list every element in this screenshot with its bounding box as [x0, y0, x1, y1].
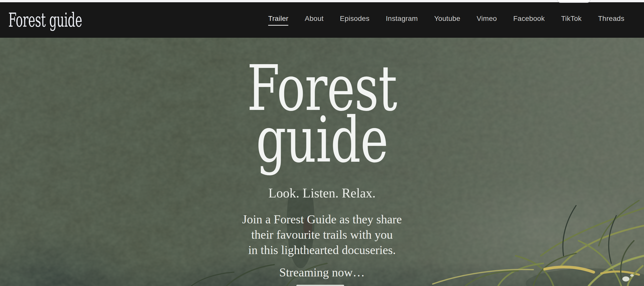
hero-title-line2: guide — [80, 114, 564, 166]
hero-title: Forest guide — [80, 62, 564, 166]
hero-tagline: Look. Listen. Relax. — [0, 186, 644, 201]
streaming-status: Streaming now… — [0, 265, 644, 280]
nav-link-youtube[interactable]: Youtube — [434, 15, 460, 25]
hero-description-line2: their favourite trails with you — [0, 227, 644, 242]
browser-chrome-strip — [0, 0, 644, 2]
browser-button-fragment — [557, 0, 591, 3]
hero-description-line1: Join a Forest Guide as they share — [0, 212, 644, 227]
nav-link-facebook[interactable]: Facebook — [513, 15, 545, 25]
hero-description-line3: in this lighthearted docuseries. — [0, 242, 644, 258]
hero-content: Forest guide Look. Listen. Relax. Join a… — [0, 62, 644, 280]
hero-section: Forest guide Look. Listen. Relax. Join a… — [0, 38, 644, 286]
page: Forest guide Trailer About Episodes Inst… — [0, 0, 644, 286]
video-player-edge[interactable] — [296, 285, 344, 286]
nav-link-threads[interactable]: Threads — [598, 15, 624, 25]
nav-link-episodes[interactable]: Episodes — [340, 15, 370, 25]
nav-link-tiktok[interactable]: TikTok — [561, 15, 582, 25]
top-navbar: Forest guide Trailer About Episodes Inst… — [0, 2, 644, 38]
site-logo[interactable]: Forest guide — [8, 9, 82, 31]
nav-link-trailer[interactable]: Trailer — [268, 15, 288, 26]
main-nav: Trailer About Episodes Instagram Youtube… — [268, 15, 624, 26]
nav-link-instagram[interactable]: Instagram — [386, 15, 418, 25]
nav-link-vimeo[interactable]: Vimeo — [477, 15, 497, 25]
hero-description: Join a Forest Guide as they share their … — [0, 212, 644, 258]
nav-link-about[interactable]: About — [305, 15, 324, 25]
